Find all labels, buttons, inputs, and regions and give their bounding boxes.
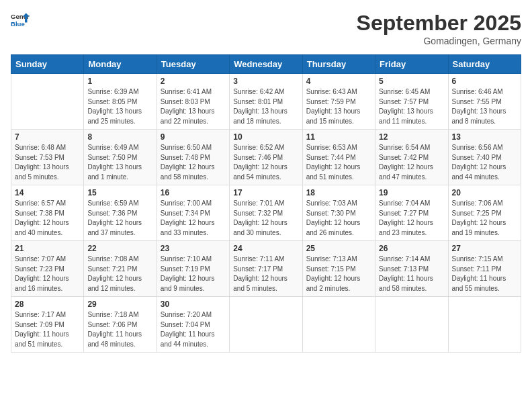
day-number: 6 xyxy=(452,77,517,86)
day-info: Sunrise: 7:00 AMSunset: 7:34 PMDaylight:… xyxy=(161,199,226,238)
day-number: 24 xyxy=(233,244,298,253)
calendar-cell xyxy=(11,74,84,130)
day-number: 15 xyxy=(87,188,152,197)
day-info: Sunrise: 6:42 AMSunset: 8:01 PMDaylight:… xyxy=(233,87,298,126)
col-header-friday: Friday xyxy=(375,55,448,74)
day-info: Sunrise: 7:18 AMSunset: 7:06 PMDaylight:… xyxy=(87,310,152,349)
calendar-cell: 3Sunrise: 6:42 AMSunset: 8:01 PMDaylight… xyxy=(230,74,302,130)
day-number: 3 xyxy=(233,77,298,86)
page-header: General Blue September 2025 Gomadingen, … xyxy=(11,11,521,46)
day-number: 8 xyxy=(87,132,152,142)
day-number: 27 xyxy=(452,244,517,253)
calendar-cell xyxy=(230,297,302,353)
day-info: Sunrise: 6:49 AMSunset: 7:50 PMDaylight:… xyxy=(87,143,152,182)
day-info: Sunrise: 6:59 AMSunset: 7:36 PMDaylight:… xyxy=(87,199,152,238)
col-header-thursday: Thursday xyxy=(302,55,375,74)
day-info: Sunrise: 6:41 AMSunset: 8:03 PMDaylight:… xyxy=(161,87,226,126)
col-header-tuesday: Tuesday xyxy=(157,55,229,74)
calendar-cell: 12Sunrise: 6:54 AMSunset: 7:42 PMDayligh… xyxy=(375,130,448,185)
calendar-week-3: 21Sunrise: 7:07 AMSunset: 7:23 PMDayligh… xyxy=(11,241,521,297)
day-number: 30 xyxy=(161,300,226,309)
calendar-week-0: 1Sunrise: 6:39 AMSunset: 8:05 PMDaylight… xyxy=(11,74,521,130)
day-number: 12 xyxy=(379,132,444,142)
calendar-cell: 8Sunrise: 6:49 AMSunset: 7:50 PMDaylight… xyxy=(84,130,157,185)
day-number: 13 xyxy=(452,132,517,142)
day-number: 18 xyxy=(306,188,371,197)
calendar-table: SundayMondayTuesdayWednesdayThursdayFrid… xyxy=(11,54,521,353)
day-number: 28 xyxy=(15,300,80,309)
day-info: Sunrise: 6:56 AMSunset: 7:40 PMDaylight:… xyxy=(452,143,517,182)
day-number: 20 xyxy=(452,188,517,197)
day-number: 2 xyxy=(161,77,226,86)
calendar-cell: 16Sunrise: 7:00 AMSunset: 7:34 PMDayligh… xyxy=(157,185,229,241)
calendar-cell: 29Sunrise: 7:18 AMSunset: 7:06 PMDayligh… xyxy=(84,297,157,353)
calendar-header-row: SundayMondayTuesdayWednesdayThursdayFrid… xyxy=(11,55,521,74)
calendar-cell: 11Sunrise: 6:53 AMSunset: 7:44 PMDayligh… xyxy=(302,130,375,185)
calendar-cell xyxy=(375,297,448,353)
day-info: Sunrise: 7:06 AMSunset: 7:25 PMDaylight:… xyxy=(452,199,517,238)
calendar-cell: 24Sunrise: 7:11 AMSunset: 7:17 PMDayligh… xyxy=(230,241,302,297)
calendar-cell: 7Sunrise: 6:48 AMSunset: 7:53 PMDaylight… xyxy=(11,130,84,185)
day-info: Sunrise: 6:50 AMSunset: 7:48 PMDaylight:… xyxy=(161,143,226,182)
day-number: 11 xyxy=(306,132,371,142)
day-info: Sunrise: 7:04 AMSunset: 7:27 PMDaylight:… xyxy=(379,199,444,238)
calendar-cell: 23Sunrise: 7:10 AMSunset: 7:19 PMDayligh… xyxy=(157,241,229,297)
day-info: Sunrise: 7:03 AMSunset: 7:30 PMDaylight:… xyxy=(306,199,371,238)
day-number: 7 xyxy=(15,132,80,142)
calendar-cell: 10Sunrise: 6:52 AMSunset: 7:46 PMDayligh… xyxy=(230,130,302,185)
day-info: Sunrise: 7:17 AMSunset: 7:09 PMDaylight:… xyxy=(15,310,80,349)
calendar-cell: 18Sunrise: 7:03 AMSunset: 7:30 PMDayligh… xyxy=(302,185,375,241)
day-number: 17 xyxy=(233,188,298,197)
calendar-cell: 15Sunrise: 6:59 AMSunset: 7:36 PMDayligh… xyxy=(84,185,157,241)
calendar-week-1: 7Sunrise: 6:48 AMSunset: 7:53 PMDaylight… xyxy=(11,130,521,185)
day-number: 14 xyxy=(15,188,80,197)
day-info: Sunrise: 6:45 AMSunset: 7:57 PMDaylight:… xyxy=(379,87,444,126)
day-info: Sunrise: 6:43 AMSunset: 7:59 PMDaylight:… xyxy=(306,87,371,126)
day-number: 4 xyxy=(306,77,371,86)
calendar-cell: 19Sunrise: 7:04 AMSunset: 7:27 PMDayligh… xyxy=(375,185,448,241)
calendar-cell: 26Sunrise: 7:14 AMSunset: 7:13 PMDayligh… xyxy=(375,241,448,297)
day-number: 10 xyxy=(233,132,298,142)
calendar-cell xyxy=(302,297,375,353)
day-info: Sunrise: 6:52 AMSunset: 7:46 PMDaylight:… xyxy=(233,143,298,182)
day-info: Sunrise: 7:07 AMSunset: 7:23 PMDaylight:… xyxy=(15,255,80,293)
calendar-cell: 25Sunrise: 7:13 AMSunset: 7:15 PMDayligh… xyxy=(302,241,375,297)
col-header-sunday: Sunday xyxy=(11,55,84,74)
day-info: Sunrise: 7:15 AMSunset: 7:11 PMDaylight:… xyxy=(452,255,517,293)
day-info: Sunrise: 7:13 AMSunset: 7:15 PMDaylight:… xyxy=(306,255,371,293)
month-title: September 2025 xyxy=(357,11,521,36)
calendar-cell: 2Sunrise: 6:41 AMSunset: 8:03 PMDaylight… xyxy=(157,74,229,130)
calendar-cell: 30Sunrise: 7:20 AMSunset: 7:04 PMDayligh… xyxy=(157,297,229,353)
calendar-cell: 17Sunrise: 7:01 AMSunset: 7:32 PMDayligh… xyxy=(230,185,302,241)
day-number: 9 xyxy=(161,132,226,142)
calendar-cell xyxy=(448,297,521,353)
calendar-week-4: 28Sunrise: 7:17 AMSunset: 7:09 PMDayligh… xyxy=(11,297,521,353)
day-number: 29 xyxy=(87,300,152,309)
calendar-cell: 1Sunrise: 6:39 AMSunset: 8:05 PMDaylight… xyxy=(84,74,157,130)
day-info: Sunrise: 6:39 AMSunset: 8:05 PMDaylight:… xyxy=(87,87,152,126)
col-header-wednesday: Wednesday xyxy=(230,55,302,74)
logo: General Blue xyxy=(11,11,30,30)
day-info: Sunrise: 7:20 AMSunset: 7:04 PMDaylight:… xyxy=(161,310,226,349)
day-number: 25 xyxy=(306,244,371,253)
calendar-cell: 20Sunrise: 7:06 AMSunset: 7:25 PMDayligh… xyxy=(448,185,521,241)
calendar-cell: 6Sunrise: 6:46 AMSunset: 7:55 PMDaylight… xyxy=(448,74,521,130)
day-number: 16 xyxy=(161,188,226,197)
calendar-cell: 14Sunrise: 6:57 AMSunset: 7:38 PMDayligh… xyxy=(11,185,84,241)
day-info: Sunrise: 7:01 AMSunset: 7:32 PMDaylight:… xyxy=(233,199,298,238)
calendar-cell: 4Sunrise: 6:43 AMSunset: 7:59 PMDaylight… xyxy=(302,74,375,130)
day-number: 5 xyxy=(379,77,444,86)
day-number: 22 xyxy=(87,244,152,253)
calendar-cell: 5Sunrise: 6:45 AMSunset: 7:57 PMDaylight… xyxy=(375,74,448,130)
calendar-cell: 13Sunrise: 6:56 AMSunset: 7:40 PMDayligh… xyxy=(448,130,521,185)
day-number: 21 xyxy=(15,244,80,253)
day-info: Sunrise: 6:57 AMSunset: 7:38 PMDaylight:… xyxy=(15,199,80,238)
day-info: Sunrise: 6:54 AMSunset: 7:42 PMDaylight:… xyxy=(379,143,444,182)
calendar-cell: 27Sunrise: 7:15 AMSunset: 7:11 PMDayligh… xyxy=(448,241,521,297)
day-info: Sunrise: 7:08 AMSunset: 7:21 PMDaylight:… xyxy=(87,255,152,293)
day-info: Sunrise: 7:11 AMSunset: 7:17 PMDaylight:… xyxy=(233,255,298,293)
calendar-cell: 28Sunrise: 7:17 AMSunset: 7:09 PMDayligh… xyxy=(11,297,84,353)
logo-icon: General Blue xyxy=(11,11,30,30)
day-info: Sunrise: 6:53 AMSunset: 7:44 PMDaylight:… xyxy=(306,143,371,182)
day-info: Sunrise: 6:48 AMSunset: 7:53 PMDaylight:… xyxy=(15,143,80,182)
